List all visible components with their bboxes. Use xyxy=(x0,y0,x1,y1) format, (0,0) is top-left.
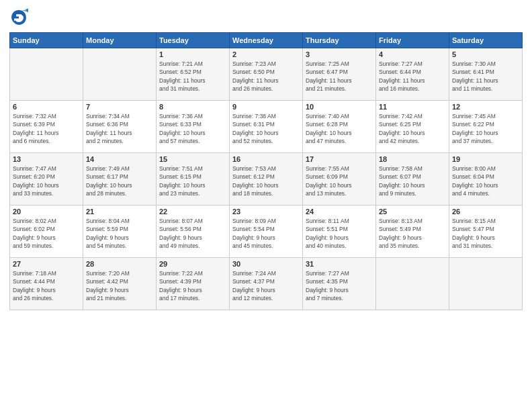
day-number: 4 xyxy=(379,50,446,58)
day-number: 16 xyxy=(232,155,300,163)
day-number: 12 xyxy=(452,103,519,111)
day-info: Sunrise: 8:00 AM Sunset: 6:04 PM Dayligh… xyxy=(452,165,519,197)
day-info: Sunrise: 8:09 AM Sunset: 5:54 PM Dayligh… xyxy=(232,217,300,250)
day-cell xyxy=(449,258,523,310)
day-info: Sunrise: 7:32 AM Sunset: 6:39 PM Dayligh… xyxy=(13,112,80,145)
day-header-saturday: Saturday xyxy=(449,33,523,48)
day-cell: 5Sunrise: 7:30 AM Sunset: 6:41 PM Daylig… xyxy=(449,48,523,101)
day-number: 21 xyxy=(86,208,153,216)
logo-icon xyxy=(9,8,28,27)
day-info: Sunrise: 7:51 AM Sunset: 6:15 PM Dayligh… xyxy=(159,165,226,197)
calendar-table: SundayMondayTuesdayWednesdayThursdayFrid… xyxy=(9,32,523,310)
day-info: Sunrise: 7:27 AM Sunset: 6:44 PM Dayligh… xyxy=(379,60,446,93)
day-number: 3 xyxy=(306,50,373,58)
day-cell xyxy=(376,258,449,310)
day-cell: 10Sunrise: 7:40 AM Sunset: 6:28 PM Dayli… xyxy=(303,101,376,153)
day-number: 14 xyxy=(86,155,153,163)
day-number: 30 xyxy=(232,260,300,268)
day-cell: 20Sunrise: 8:02 AM Sunset: 6:02 PM Dayli… xyxy=(10,205,83,258)
day-number: 31 xyxy=(306,260,373,268)
day-cell: 23Sunrise: 8:09 AM Sunset: 5:54 PM Dayli… xyxy=(230,205,303,258)
day-cell: 31Sunrise: 7:27 AM Sunset: 4:35 PM Dayli… xyxy=(303,258,376,310)
day-number: 6 xyxy=(13,103,80,111)
day-info: Sunrise: 8:13 AM Sunset: 5:49 PM Dayligh… xyxy=(379,217,446,250)
logo xyxy=(9,8,31,27)
day-header-wednesday: Wednesday xyxy=(230,33,303,48)
week-row-1: 1Sunrise: 7:21 AM Sunset: 6:52 PM Daylig… xyxy=(10,48,523,101)
day-info: Sunrise: 7:45 AM Sunset: 6:22 PM Dayligh… xyxy=(452,112,519,145)
day-info: Sunrise: 7:49 AM Sunset: 6:17 PM Dayligh… xyxy=(86,165,153,197)
day-info: Sunrise: 7:25 AM Sunset: 6:47 PM Dayligh… xyxy=(306,60,373,93)
day-info: Sunrise: 7:42 AM Sunset: 6:25 PM Dayligh… xyxy=(379,112,446,145)
day-info: Sunrise: 7:40 AM Sunset: 6:28 PM Dayligh… xyxy=(306,112,373,145)
day-number: 25 xyxy=(379,208,446,216)
day-cell: 12Sunrise: 7:45 AM Sunset: 6:22 PM Dayli… xyxy=(449,101,523,153)
week-row-4: 20Sunrise: 8:02 AM Sunset: 6:02 PM Dayli… xyxy=(10,205,523,258)
day-info: Sunrise: 7:30 AM Sunset: 6:41 PM Dayligh… xyxy=(452,60,519,93)
day-cell xyxy=(10,48,83,101)
day-info: Sunrise: 8:07 AM Sunset: 5:56 PM Dayligh… xyxy=(159,217,226,250)
day-info: Sunrise: 7:18 AM Sunset: 4:44 PM Dayligh… xyxy=(13,269,80,302)
day-number: 7 xyxy=(86,103,153,111)
header-row: SundayMondayTuesdayWednesdayThursdayFrid… xyxy=(10,33,523,48)
day-info: Sunrise: 7:24 AM Sunset: 4:37 PM Dayligh… xyxy=(232,269,300,302)
day-number: 15 xyxy=(159,155,226,163)
day-cell: 22Sunrise: 8:07 AM Sunset: 5:56 PM Dayli… xyxy=(157,205,230,258)
week-row-2: 6Sunrise: 7:32 AM Sunset: 6:39 PM Daylig… xyxy=(10,101,523,153)
day-cell: 21Sunrise: 8:04 AM Sunset: 5:59 PM Dayli… xyxy=(83,205,157,258)
day-cell: 9Sunrise: 7:38 AM Sunset: 6:31 PM Daylig… xyxy=(230,101,303,153)
day-info: Sunrise: 7:47 AM Sunset: 6:20 PM Dayligh… xyxy=(13,165,80,197)
day-number: 18 xyxy=(379,155,446,163)
day-info: Sunrise: 7:53 AM Sunset: 6:12 PM Dayligh… xyxy=(232,165,300,197)
day-cell: 8Sunrise: 7:36 AM Sunset: 6:33 PM Daylig… xyxy=(157,101,230,153)
day-info: Sunrise: 7:34 AM Sunset: 6:36 PM Dayligh… xyxy=(86,112,153,145)
day-info: Sunrise: 7:36 AM Sunset: 6:33 PM Dayligh… xyxy=(159,112,226,145)
day-info: Sunrise: 8:04 AM Sunset: 5:59 PM Dayligh… xyxy=(86,217,153,250)
header xyxy=(9,8,523,27)
page: SundayMondayTuesdayWednesdayThursdayFrid… xyxy=(0,0,532,411)
day-number: 5 xyxy=(452,50,519,58)
week-row-5: 27Sunrise: 7:18 AM Sunset: 4:44 PM Dayli… xyxy=(10,258,523,310)
day-number: 9 xyxy=(232,103,300,111)
day-cell: 16Sunrise: 7:53 AM Sunset: 6:12 PM Dayli… xyxy=(230,153,303,205)
day-number: 8 xyxy=(159,103,226,111)
day-cell: 29Sunrise: 7:22 AM Sunset: 4:39 PM Dayli… xyxy=(157,258,230,310)
day-number: 13 xyxy=(13,155,80,163)
day-cell: 24Sunrise: 8:11 AM Sunset: 5:51 PM Dayli… xyxy=(303,205,376,258)
day-number: 28 xyxy=(86,260,153,268)
day-info: Sunrise: 7:22 AM Sunset: 4:39 PM Dayligh… xyxy=(159,269,226,302)
day-cell: 3Sunrise: 7:25 AM Sunset: 6:47 PM Daylig… xyxy=(303,48,376,101)
day-number: 2 xyxy=(232,50,300,58)
week-row-3: 13Sunrise: 7:47 AM Sunset: 6:20 PM Dayli… xyxy=(10,153,523,205)
day-cell: 7Sunrise: 7:34 AM Sunset: 6:36 PM Daylig… xyxy=(83,101,157,153)
day-info: Sunrise: 7:27 AM Sunset: 4:35 PM Dayligh… xyxy=(306,269,373,302)
day-cell: 13Sunrise: 7:47 AM Sunset: 6:20 PM Dayli… xyxy=(10,153,83,205)
day-header-monday: Monday xyxy=(83,33,157,48)
day-cell: 11Sunrise: 7:42 AM Sunset: 6:25 PM Dayli… xyxy=(376,101,449,153)
day-number: 1 xyxy=(159,50,226,58)
day-cell: 15Sunrise: 7:51 AM Sunset: 6:15 PM Dayli… xyxy=(157,153,230,205)
day-cell: 27Sunrise: 7:18 AM Sunset: 4:44 PM Dayli… xyxy=(10,258,83,310)
day-info: Sunrise: 7:20 AM Sunset: 4:42 PM Dayligh… xyxy=(86,269,153,302)
day-cell: 30Sunrise: 7:24 AM Sunset: 4:37 PM Dayli… xyxy=(230,258,303,310)
day-cell: 28Sunrise: 7:20 AM Sunset: 4:42 PM Dayli… xyxy=(83,258,157,310)
day-number: 10 xyxy=(306,103,373,111)
day-number: 26 xyxy=(452,208,519,216)
day-number: 27 xyxy=(13,260,80,268)
day-info: Sunrise: 8:15 AM Sunset: 5:47 PM Dayligh… xyxy=(452,217,519,250)
day-number: 22 xyxy=(159,208,226,216)
day-cell xyxy=(83,48,157,101)
day-info: Sunrise: 8:02 AM Sunset: 6:02 PM Dayligh… xyxy=(13,217,80,250)
day-number: 17 xyxy=(306,155,373,163)
day-header-friday: Friday xyxy=(376,33,449,48)
day-cell: 14Sunrise: 7:49 AM Sunset: 6:17 PM Dayli… xyxy=(83,153,157,205)
day-info: Sunrise: 7:38 AM Sunset: 6:31 PM Dayligh… xyxy=(232,112,300,145)
day-cell: 4Sunrise: 7:27 AM Sunset: 6:44 PM Daylig… xyxy=(376,48,449,101)
day-cell: 26Sunrise: 8:15 AM Sunset: 5:47 PM Dayli… xyxy=(449,205,523,258)
day-info: Sunrise: 7:21 AM Sunset: 6:52 PM Dayligh… xyxy=(159,60,226,93)
day-header-sunday: Sunday xyxy=(10,33,83,48)
day-number: 23 xyxy=(232,208,300,216)
day-cell: 6Sunrise: 7:32 AM Sunset: 6:39 PM Daylig… xyxy=(10,101,83,153)
day-info: Sunrise: 8:11 AM Sunset: 5:51 PM Dayligh… xyxy=(306,217,373,250)
day-info: Sunrise: 7:58 AM Sunset: 6:07 PM Dayligh… xyxy=(379,165,446,197)
